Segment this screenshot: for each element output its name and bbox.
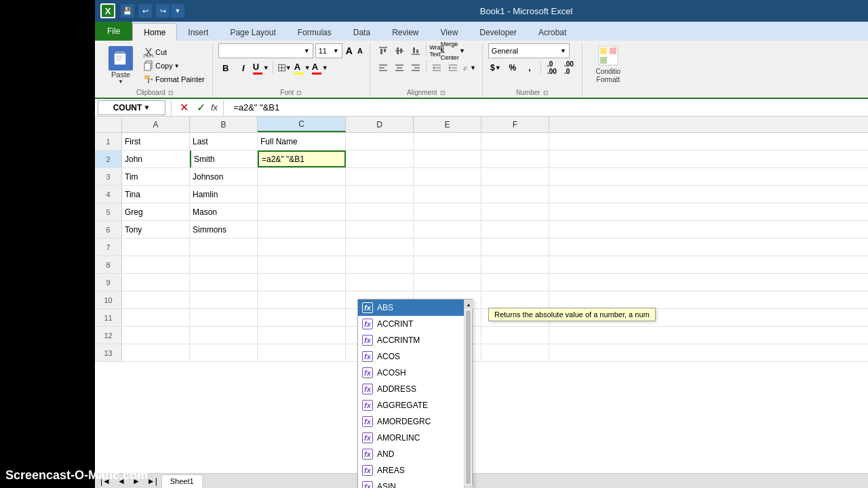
- cell-f7[interactable]: [481, 239, 549, 256]
- align-center-button[interactable]: [392, 60, 407, 75]
- tab-formulas[interactable]: Formulas: [287, 24, 342, 41]
- cell-f2[interactable]: [481, 150, 549, 167]
- copy-arrow[interactable]: ▼: [174, 63, 180, 69]
- cell-e8[interactable]: [414, 256, 481, 273]
- tab-acrobat[interactable]: Acrobat: [528, 24, 577, 41]
- cell-d3[interactable]: [346, 168, 414, 185]
- cell-c2[interactable]: =a2&" "&B1: [258, 150, 346, 167]
- cell-a7[interactable]: [122, 239, 190, 256]
- cell-b9[interactable]: [190, 274, 258, 291]
- autocomplete-dropdown[interactable]: fx ABS fx ACCRINT fx ACCRINTM fx ACOS: [357, 299, 473, 488]
- formula-display[interactable]: =a2&" "&B1: [229, 102, 865, 113]
- cell-a1[interactable]: First: [122, 133, 190, 150]
- align-top-button[interactable]: [376, 43, 391, 58]
- sheet-tab-1[interactable]: Sheet1: [161, 474, 203, 488]
- col-header-e[interactable]: E: [414, 117, 481, 132]
- cell-a6[interactable]: Tony: [122, 221, 190, 238]
- merge-center-arrow[interactable]: ▼: [459, 47, 465, 54]
- scroll-up-button[interactable]: ▲: [465, 300, 473, 309]
- cell-d5[interactable]: [346, 203, 414, 220]
- autocomplete-item-accrint[interactable]: fx ACCRINT: [358, 316, 472, 332]
- cell-a9[interactable]: [122, 274, 190, 291]
- borders-arrow[interactable]: ▼: [285, 64, 292, 71]
- font-color-arrow[interactable]: ▼: [322, 64, 328, 71]
- copy-button[interactable]: Copy ▼: [141, 60, 207, 72]
- underline-arrow[interactable]: ▼: [263, 64, 269, 71]
- cell-b12[interactable]: [190, 327, 258, 344]
- font-size-increase[interactable]: A: [344, 45, 354, 56]
- cell-e9[interactable]: [414, 274, 481, 291]
- tab-page-layout[interactable]: Page Layout: [219, 24, 286, 41]
- align-right-button[interactable]: [408, 60, 423, 75]
- cell-c4[interactable]: [258, 186, 346, 203]
- cell-f8[interactable]: [481, 256, 549, 273]
- currency-arrow[interactable]: ▼: [495, 64, 501, 71]
- col-header-b[interactable]: B: [190, 117, 258, 132]
- cell-d8[interactable]: [346, 256, 414, 273]
- autocomplete-item-amorlinc[interactable]: fx AMORLINC: [358, 430, 472, 446]
- cell-e6[interactable]: [414, 221, 481, 238]
- cell-e3[interactable]: [414, 168, 481, 185]
- cell-f6[interactable]: [481, 221, 549, 238]
- cell-b7[interactable]: [190, 239, 258, 256]
- cell-e5[interactable]: [414, 203, 481, 220]
- format-painter-button[interactable]: Format Painter: [141, 73, 207, 85]
- formula-cancel-button[interactable]: ✕: [177, 101, 191, 114]
- cell-e4[interactable]: [414, 186, 481, 203]
- cell-a11[interactable]: [122, 309, 190, 326]
- increase-decimal-button[interactable]: .0.00: [545, 60, 559, 75]
- increase-indent-button[interactable]: [446, 60, 460, 75]
- cell-a3[interactable]: Tim: [122, 168, 190, 185]
- cell-c11[interactable]: [258, 309, 346, 326]
- borders-button[interactable]: ▼: [277, 60, 292, 75]
- number-format-dropdown[interactable]: General ▼: [488, 43, 570, 58]
- name-box[interactable]: COUNT ▼: [98, 100, 165, 115]
- customize-icon[interactable]: ▼: [171, 4, 184, 18]
- percent-button[interactable]: %: [505, 60, 520, 75]
- font-color-button[interactable]: A ▼: [313, 60, 328, 75]
- font-size-decrease[interactable]: A: [356, 47, 364, 55]
- font-name-dropdown[interactable]: ▼: [218, 43, 313, 58]
- tab-data[interactable]: Data: [342, 24, 381, 41]
- col-header-d[interactable]: D: [346, 117, 414, 132]
- align-left-button[interactable]: [376, 60, 391, 75]
- autocomplete-item-acos[interactable]: fx ACOS: [358, 348, 472, 365]
- cell-f9[interactable]: [481, 274, 549, 291]
- tab-insert[interactable]: Insert: [177, 24, 219, 41]
- cell-b2[interactable]: Smith: [190, 150, 258, 167]
- cell-b6[interactable]: Simmons: [190, 221, 258, 238]
- cell-f4[interactable]: [481, 186, 549, 203]
- tab-file[interactable]: File: [95, 22, 132, 41]
- dropdown-scrollbar[interactable]: ▲ ▼: [464, 300, 472, 488]
- cell-d7[interactable]: [346, 239, 414, 256]
- autocomplete-item-acosh[interactable]: fx ACOSH: [358, 365, 472, 381]
- merge-center-button[interactable]: Merge & Center ▼: [446, 43, 460, 58]
- cell-c9[interactable]: [258, 274, 346, 291]
- cell-c1[interactable]: Full Name: [258, 133, 346, 150]
- cell-a12[interactable]: [122, 327, 190, 344]
- currency-button[interactable]: $ ▼: [488, 60, 503, 75]
- cell-d6[interactable]: [346, 221, 414, 238]
- cell-a4[interactable]: Tina: [122, 186, 190, 203]
- cell-c8[interactable]: [258, 256, 346, 273]
- fill-color-arrow[interactable]: ▼: [304, 64, 311, 71]
- font-size-input[interactable]: 11 ▼: [315, 43, 342, 58]
- cell-c7[interactable]: [258, 239, 346, 256]
- align-middle-button[interactable]: [392, 43, 407, 58]
- cell-b8[interactable]: [190, 256, 258, 273]
- cell-d1[interactable]: [346, 133, 414, 150]
- cell-c5[interactable]: [258, 203, 346, 220]
- cell-e7[interactable]: [414, 239, 481, 256]
- cell-e2[interactable]: [414, 150, 481, 167]
- cell-d9[interactable]: [346, 274, 414, 291]
- cell-f3[interactable]: [481, 168, 549, 185]
- cell-a8[interactable]: [122, 256, 190, 273]
- conditional-formatting-button[interactable]: ConditioFormatt: [588, 43, 629, 85]
- col-header-c[interactable]: C: [258, 117, 346, 132]
- cell-c13[interactable]: [258, 344, 346, 361]
- font-dialog-launcher[interactable]: ⊡: [296, 89, 302, 96]
- cell-c10[interactable]: [258, 291, 346, 308]
- autocomplete-item-and[interactable]: fx AND: [358, 446, 472, 462]
- cell-f5[interactable]: [481, 203, 549, 220]
- orientation-button[interactable]: ab ▼: [462, 60, 477, 75]
